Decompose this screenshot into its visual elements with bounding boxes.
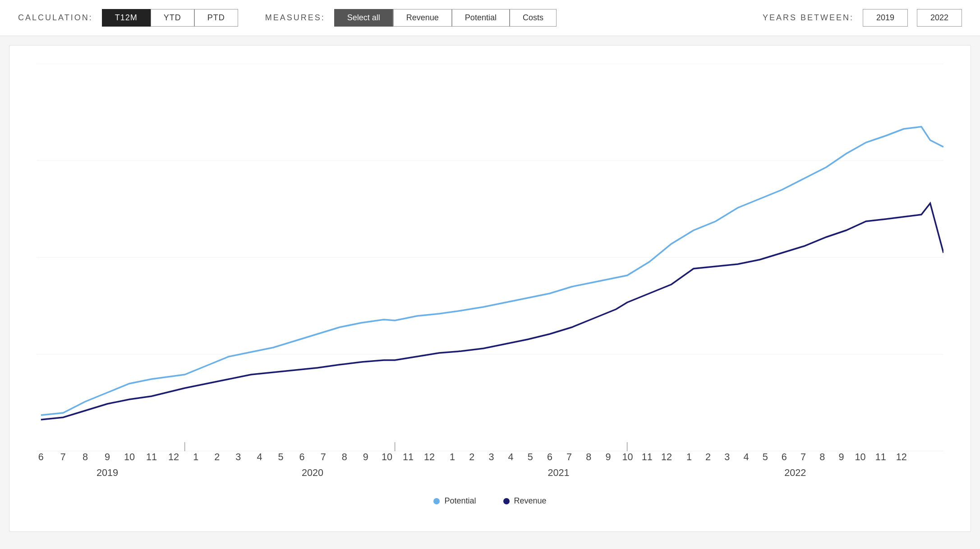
year-from-input[interactable]: 2019 (863, 9, 908, 27)
svg-text:2021: 2021 (548, 467, 570, 478)
svg-text:11: 11 (642, 451, 653, 462)
revenue-button[interactable]: Revenue (393, 9, 452, 27)
potential-legend-label: Potential (444, 496, 476, 506)
revenue-line (41, 203, 943, 420)
revenue-legend-dot (503, 498, 510, 504)
svg-text:2: 2 (214, 451, 220, 462)
svg-text:12: 12 (896, 451, 907, 462)
svg-text:6: 6 (38, 451, 44, 462)
svg-text:7: 7 (801, 451, 806, 462)
ytd-button[interactable]: YTD (151, 9, 194, 27)
svg-text:2020: 2020 (302, 467, 323, 478)
svg-text:7: 7 (566, 451, 572, 462)
svg-text:8: 8 (83, 451, 88, 462)
svg-text:9: 9 (105, 451, 110, 462)
costs-button[interactable]: Costs (510, 9, 557, 27)
chart-container: 6 7 8 9 10 11 12 2019 1 2 3 4 5 6 7 8 9 … (9, 45, 971, 532)
svg-text:7: 7 (60, 451, 66, 462)
year-to-input[interactable]: 2022 (917, 9, 962, 27)
svg-text:9: 9 (605, 451, 611, 462)
svg-text:3: 3 (235, 451, 241, 462)
svg-text:5: 5 (763, 451, 768, 462)
svg-text:5: 5 (528, 451, 533, 462)
svg-text:5: 5 (278, 451, 283, 462)
measures-label: MEASURES: (265, 13, 325, 23)
chart-area (37, 64, 943, 451)
revenue-legend-item: Revenue (503, 496, 547, 506)
svg-text:2019: 2019 (97, 467, 118, 478)
svg-text:10: 10 (382, 451, 392, 462)
svg-text:2: 2 (469, 451, 474, 462)
svg-text:11: 11 (875, 451, 886, 462)
potential-button[interactable]: Potential (452, 9, 510, 27)
svg-text:4: 4 (743, 451, 749, 462)
svg-text:9: 9 (363, 451, 368, 462)
potential-legend-item: Potential (433, 496, 476, 506)
t12m-button[interactable]: T12M (102, 9, 151, 27)
select-all-button[interactable]: Select all (334, 9, 393, 27)
svg-text:1: 1 (450, 451, 455, 462)
svg-text:10: 10 (622, 451, 633, 462)
svg-text:8: 8 (819, 451, 825, 462)
chart-legend: Potential Revenue (37, 496, 943, 506)
svg-text:8: 8 (586, 451, 591, 462)
svg-text:4: 4 (257, 451, 262, 462)
x-axis-svg: 6 7 8 9 10 11 12 2019 1 2 3 4 5 6 7 8 9 … (37, 451, 943, 487)
svg-text:3: 3 (724, 451, 730, 462)
svg-text:8: 8 (342, 451, 347, 462)
svg-text:6: 6 (547, 451, 552, 462)
svg-text:2022: 2022 (784, 467, 806, 478)
svg-text:10: 10 (855, 451, 866, 462)
svg-text:6: 6 (299, 451, 305, 462)
years-between-label: YEARS BETWEEN: (763, 13, 854, 23)
svg-text:11: 11 (146, 451, 157, 462)
svg-text:1: 1 (193, 451, 198, 462)
svg-text:12: 12 (661, 451, 672, 462)
svg-text:11: 11 (403, 451, 414, 462)
ptd-button[interactable]: PTD (194, 9, 238, 27)
svg-text:12: 12 (424, 451, 435, 462)
calculation-label: CALCULATION: (18, 13, 93, 23)
potential-line (41, 127, 943, 415)
svg-text:3: 3 (488, 451, 494, 462)
svg-text:1: 1 (686, 451, 692, 462)
svg-text:2: 2 (705, 451, 711, 462)
svg-text:9: 9 (838, 451, 844, 462)
potential-legend-dot (433, 498, 440, 504)
svg-text:12: 12 (168, 451, 179, 462)
calculation-btn-group: T12M YTD PTD (102, 9, 238, 27)
svg-text:4: 4 (508, 451, 514, 462)
svg-text:6: 6 (782, 451, 787, 462)
chart-svg (37, 64, 943, 451)
svg-text:10: 10 (124, 451, 135, 462)
measures-btn-group: Select all Revenue Potential Costs (334, 9, 557, 27)
revenue-legend-label: Revenue (514, 496, 547, 506)
toolbar: CALCULATION: T12M YTD PTD MEASURES: Sele… (0, 0, 980, 36)
svg-text:7: 7 (321, 451, 326, 462)
